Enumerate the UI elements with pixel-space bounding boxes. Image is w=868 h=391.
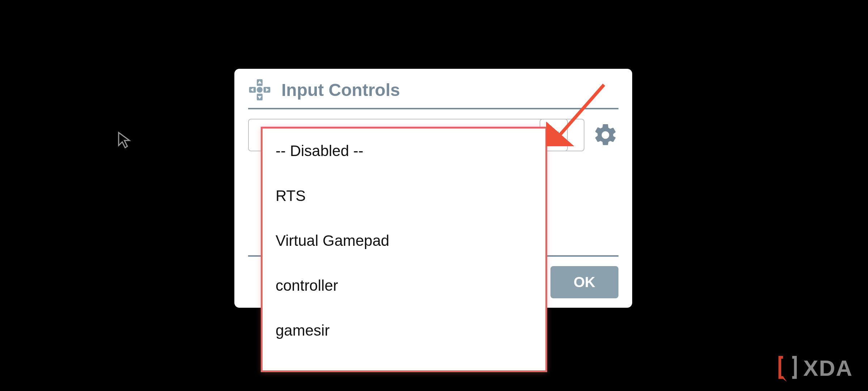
ok-button[interactable]: OK — [550, 266, 618, 298]
mouse-cursor-icon — [116, 131, 133, 148]
svg-point-4 — [257, 87, 263, 93]
profile-dropdown-list[interactable]: -- Disabled -- RTS Virtual Gamepad contr… — [261, 127, 547, 372]
dropdown-option-gamesir[interactable]: gamesir — [263, 308, 545, 353]
dialog-header: Input Controls — [248, 78, 618, 109]
dialog-title: Input Controls — [281, 80, 400, 100]
dropdown-option-rts[interactable]: RTS — [263, 173, 545, 218]
dropdown-option-disabled[interactable]: -- Disabled -- — [263, 129, 545, 173]
watermark-bracket-icon — [776, 354, 800, 382]
chevron-down-icon — [549, 132, 559, 138]
svg-point-9 — [603, 133, 608, 137]
watermark: XDA — [776, 354, 853, 382]
watermark-text: XDA — [803, 355, 853, 381]
dropdown-option-controller[interactable]: controller — [263, 263, 545, 308]
dropdown-option-virtual-gamepad[interactable]: Virtual Gamepad — [263, 218, 545, 263]
dpad-icon — [248, 78, 271, 101]
gear-icon[interactable] — [592, 122, 618, 148]
